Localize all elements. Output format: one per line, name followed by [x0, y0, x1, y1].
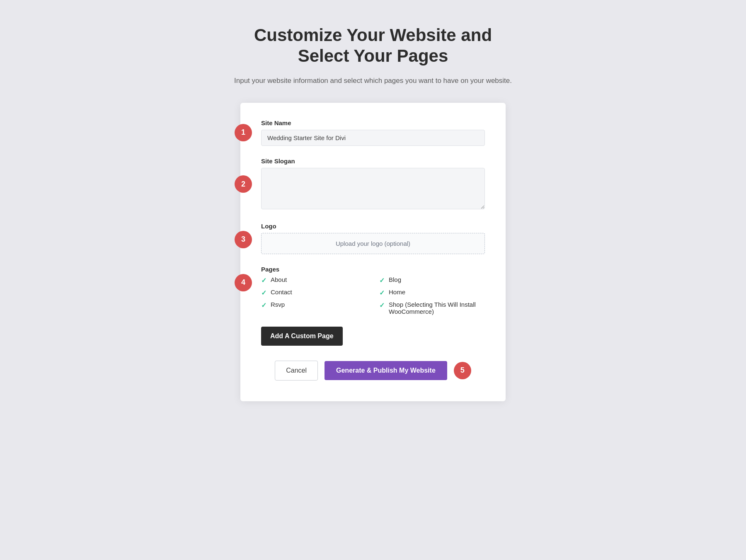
- checkmark-shop: ✓: [379, 301, 385, 309]
- page-title: Customize Your Website and Select Your P…: [228, 25, 518, 67]
- step-badge-1: 1: [235, 124, 252, 141]
- pages-grid: ✓ About ✓ Blog ✓ Contact ✓ Home ✓ Rsvp ✓: [261, 276, 485, 315]
- page-label-shop: Shop (Selecting This Will Install WooCom…: [389, 301, 485, 315]
- page-subtitle: Input your website information and selec…: [228, 75, 518, 86]
- cancel-button[interactable]: Cancel: [275, 361, 318, 381]
- checkmark-about: ✓: [261, 276, 266, 284]
- page-item-contact[interactable]: ✓ Contact: [261, 288, 367, 297]
- site-slogan-group: 2 Site Slogan: [261, 158, 485, 211]
- site-name-input[interactable]: [261, 130, 485, 146]
- step-badge-2: 2: [235, 175, 252, 193]
- page-item-shop[interactable]: ✓ Shop (Selecting This Will Install WooC…: [379, 301, 485, 315]
- pages-label: Pages: [261, 266, 485, 273]
- generate-publish-button[interactable]: Generate & Publish My Website: [325, 361, 447, 380]
- add-custom-page-button[interactable]: Add A Custom Page: [261, 327, 343, 346]
- checkmark-blog: ✓: [379, 276, 385, 284]
- checkmark-rsvp: ✓: [261, 301, 266, 309]
- site-slogan-input[interactable]: [261, 168, 485, 209]
- form-card: 1 Site Name 2 Site Slogan 3 Logo Upload …: [240, 103, 506, 401]
- page-item-home[interactable]: ✓ Home: [379, 288, 485, 297]
- checkmark-home: ✓: [379, 289, 385, 297]
- site-slogan-label: Site Slogan: [261, 158, 485, 165]
- page-item-blog[interactable]: ✓ Blog: [379, 276, 485, 284]
- step-badge-5: 5: [454, 362, 471, 379]
- step-badge-4: 4: [235, 274, 252, 291]
- page-label-about: About: [271, 276, 287, 283]
- page-label-contact: Contact: [271, 288, 292, 296]
- page-label-home: Home: [389, 288, 405, 296]
- step-badge-3: 3: [235, 231, 252, 248]
- page-item-rsvp[interactable]: ✓ Rsvp: [261, 301, 367, 315]
- logo-group: 3 Logo Upload your logo (optional): [261, 223, 485, 254]
- page-label-rsvp: Rsvp: [271, 301, 285, 308]
- checkmark-contact: ✓: [261, 289, 266, 297]
- site-name-label: Site Name: [261, 119, 485, 126]
- page-item-about[interactable]: ✓ About: [261, 276, 367, 284]
- page-label-blog: Blog: [389, 276, 401, 283]
- logo-label: Logo: [261, 223, 485, 230]
- site-name-group: 1 Site Name: [261, 119, 485, 146]
- logo-upload-text: Upload your logo (optional): [336, 240, 410, 247]
- form-footer: Cancel Generate & Publish My Website 5: [261, 361, 485, 381]
- logo-upload-button[interactable]: Upload your logo (optional): [261, 233, 485, 254]
- page-header: Customize Your Website and Select Your P…: [228, 25, 518, 86]
- pages-group: 4 Pages ✓ About ✓ Blog ✓ Contact ✓ Home …: [261, 266, 485, 346]
